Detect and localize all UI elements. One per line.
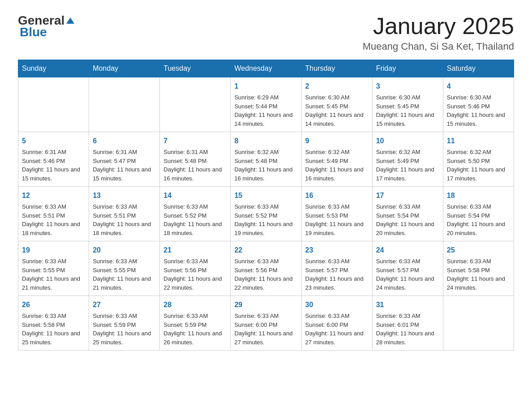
day-info: Sunrise: 6:32 AMSunset: 5:50 PMDaylight:…	[447, 148, 510, 183]
calendar-day-cell: 26Sunrise: 6:33 AMSunset: 5:58 PMDayligh…	[18, 296, 89, 351]
calendar-day-cell: 30Sunrise: 6:33 AMSunset: 6:00 PMDayligh…	[301, 296, 372, 351]
day-info: Sunrise: 6:33 AMSunset: 5:59 PMDaylight:…	[93, 312, 156, 347]
day-info: Sunrise: 6:33 AMSunset: 5:59 PMDaylight:…	[163, 312, 227, 347]
day-info: Sunrise: 6:30 AMSunset: 5:45 PMDaylight:…	[376, 93, 439, 128]
day-info: Sunrise: 6:33 AMSunset: 5:55 PMDaylight:…	[22, 257, 85, 292]
day-info: Sunrise: 6:30 AMSunset: 5:46 PMDaylight:…	[447, 93, 510, 128]
day-info: Sunrise: 6:33 AMSunset: 5:57 PMDaylight:…	[376, 257, 439, 292]
calendar-table: SundayMondayTuesdayWednesdayThursdayFrid…	[18, 60, 514, 351]
day-info: Sunrise: 6:33 AMSunset: 5:54 PMDaylight:…	[447, 202, 510, 237]
calendar-day-cell: 22Sunrise: 6:33 AMSunset: 5:56 PMDayligh…	[231, 241, 301, 296]
page-subtitle: Mueang Chan, Si Sa Ket, Thailand	[363, 41, 514, 52]
calendar-day-cell: 4Sunrise: 6:30 AMSunset: 5:46 PMDaylight…	[443, 77, 514, 132]
day-number: 4	[447, 81, 510, 92]
day-number: 10	[376, 136, 439, 146]
day-number: 21	[163, 245, 227, 256]
day-info: Sunrise: 6:31 AMSunset: 5:47 PMDaylight:…	[93, 148, 156, 183]
day-of-week-header: Wednesday	[231, 60, 301, 77]
day-number: 25	[447, 245, 510, 256]
calendar-day-cell: 13Sunrise: 6:33 AMSunset: 5:51 PMDayligh…	[89, 187, 160, 241]
calendar-week-row: 5Sunrise: 6:31 AMSunset: 5:46 PMDaylight…	[18, 132, 514, 187]
calendar-header: SundayMondayTuesdayWednesdayThursdayFrid…	[18, 60, 514, 77]
calendar-day-cell: 10Sunrise: 6:32 AMSunset: 5:49 PMDayligh…	[372, 132, 443, 187]
day-info: Sunrise: 6:31 AMSunset: 5:48 PMDaylight:…	[163, 148, 227, 183]
day-info: Sunrise: 6:33 AMSunset: 5:54 PMDaylight:…	[376, 202, 439, 237]
day-number: 11	[447, 136, 510, 146]
page-title: January 2025	[363, 13, 514, 39]
calendar-day-cell: 12Sunrise: 6:33 AMSunset: 5:51 PMDayligh…	[18, 187, 89, 241]
calendar-day-cell: 2Sunrise: 6:30 AMSunset: 5:45 PMDaylight…	[301, 77, 372, 132]
day-info: Sunrise: 6:33 AMSunset: 5:53 PMDaylight:…	[305, 202, 369, 237]
day-number: 2	[305, 81, 369, 92]
day-number: 24	[376, 245, 439, 256]
calendar-day-cell: 15Sunrise: 6:33 AMSunset: 5:52 PMDayligh…	[231, 187, 301, 241]
day-number: 26	[22, 300, 85, 310]
page-header: General Blue January 2025 Mueang Chan, S…	[18, 13, 514, 52]
calendar-day-cell: 14Sunrise: 6:33 AMSunset: 5:52 PMDayligh…	[160, 187, 231, 241]
calendar-day-cell	[89, 77, 160, 132]
day-info: Sunrise: 6:33 AMSunset: 5:52 PMDaylight:…	[234, 202, 297, 237]
day-number: 29	[234, 300, 297, 310]
day-info: Sunrise: 6:33 AMSunset: 5:51 PMDaylight:…	[22, 202, 85, 237]
calendar-day-cell: 3Sunrise: 6:30 AMSunset: 5:45 PMDaylight…	[372, 77, 443, 132]
calendar-day-cell: 11Sunrise: 6:32 AMSunset: 5:50 PMDayligh…	[443, 132, 514, 187]
day-number: 28	[163, 300, 227, 310]
calendar-day-cell: 31Sunrise: 6:33 AMSunset: 6:01 PMDayligh…	[372, 296, 443, 351]
day-info: Sunrise: 6:32 AMSunset: 5:48 PMDaylight:…	[234, 148, 297, 183]
calendar-day-cell: 21Sunrise: 6:33 AMSunset: 5:56 PMDayligh…	[160, 241, 231, 296]
calendar-day-cell	[443, 296, 514, 351]
day-number: 5	[22, 136, 85, 146]
day-number: 31	[376, 300, 439, 310]
day-info: Sunrise: 6:33 AMSunset: 5:58 PMDaylight:…	[22, 312, 85, 347]
svg-marker-0	[66, 17, 74, 24]
title-block: January 2025 Mueang Chan, Si Sa Ket, Tha…	[363, 13, 514, 52]
day-of-week-header: Monday	[89, 60, 160, 77]
day-number: 18	[447, 190, 510, 201]
day-number: 16	[305, 190, 369, 201]
day-number: 1	[234, 81, 297, 92]
day-number: 7	[163, 136, 227, 146]
calendar-day-cell: 19Sunrise: 6:33 AMSunset: 5:55 PMDayligh…	[18, 241, 89, 296]
calendar-week-row: 26Sunrise: 6:33 AMSunset: 5:58 PMDayligh…	[18, 296, 514, 351]
calendar-day-cell: 25Sunrise: 6:33 AMSunset: 5:58 PMDayligh…	[443, 241, 514, 296]
day-number: 12	[22, 190, 85, 201]
calendar-week-row: 1Sunrise: 6:29 AMSunset: 5:44 PMDaylight…	[18, 77, 514, 132]
day-of-week-header: Thursday	[301, 60, 372, 77]
calendar-day-cell: 8Sunrise: 6:32 AMSunset: 5:48 PMDaylight…	[231, 132, 301, 187]
day-number: 14	[163, 190, 227, 201]
day-number: 23	[305, 245, 369, 256]
day-info: Sunrise: 6:33 AMSunset: 5:56 PMDaylight:…	[163, 257, 227, 292]
calendar-day-cell: 9Sunrise: 6:32 AMSunset: 5:49 PMDaylight…	[301, 132, 372, 187]
calendar-day-cell: 5Sunrise: 6:31 AMSunset: 5:46 PMDaylight…	[18, 132, 89, 187]
calendar-day-cell: 29Sunrise: 6:33 AMSunset: 6:00 PMDayligh…	[231, 296, 301, 351]
logo: General Blue	[18, 13, 76, 39]
calendar-day-cell: 28Sunrise: 6:33 AMSunset: 5:59 PMDayligh…	[160, 296, 231, 351]
day-number: 3	[376, 81, 439, 92]
calendar-day-cell: 7Sunrise: 6:31 AMSunset: 5:48 PMDaylight…	[160, 132, 231, 187]
day-info: Sunrise: 6:30 AMSunset: 5:45 PMDaylight:…	[305, 93, 369, 128]
day-number: 9	[305, 136, 369, 146]
calendar-day-cell: 27Sunrise: 6:33 AMSunset: 5:59 PMDayligh…	[89, 296, 160, 351]
calendar-body: 1Sunrise: 6:29 AMSunset: 5:44 PMDaylight…	[18, 77, 514, 351]
day-info: Sunrise: 6:33 AMSunset: 5:52 PMDaylight:…	[163, 202, 227, 237]
day-info: Sunrise: 6:32 AMSunset: 5:49 PMDaylight:…	[376, 148, 439, 183]
logo-triangle-icon	[65, 16, 75, 26]
calendar-day-cell: 20Sunrise: 6:33 AMSunset: 5:55 PMDayligh…	[89, 241, 160, 296]
day-number: 6	[93, 136, 156, 146]
day-info: Sunrise: 6:33 AMSunset: 5:58 PMDaylight:…	[447, 257, 510, 292]
calendar-week-row: 19Sunrise: 6:33 AMSunset: 5:55 PMDayligh…	[18, 241, 514, 296]
calendar-day-cell	[160, 77, 231, 132]
logo-blue: Blue	[20, 25, 47, 39]
day-number: 17	[376, 190, 439, 201]
day-info: Sunrise: 6:33 AMSunset: 5:55 PMDaylight:…	[93, 257, 156, 292]
day-info: Sunrise: 6:31 AMSunset: 5:46 PMDaylight:…	[22, 148, 85, 183]
day-of-week-header: Friday	[372, 60, 443, 77]
day-number: 8	[234, 136, 297, 146]
day-of-week-header: Saturday	[443, 60, 514, 77]
day-info: Sunrise: 6:33 AMSunset: 6:00 PMDaylight:…	[234, 312, 297, 347]
day-number: 13	[93, 190, 156, 201]
day-number: 22	[234, 245, 297, 256]
calendar-day-cell: 16Sunrise: 6:33 AMSunset: 5:53 PMDayligh…	[301, 187, 372, 241]
day-number: 15	[234, 190, 297, 201]
day-info: Sunrise: 6:33 AMSunset: 5:51 PMDaylight:…	[93, 202, 156, 237]
